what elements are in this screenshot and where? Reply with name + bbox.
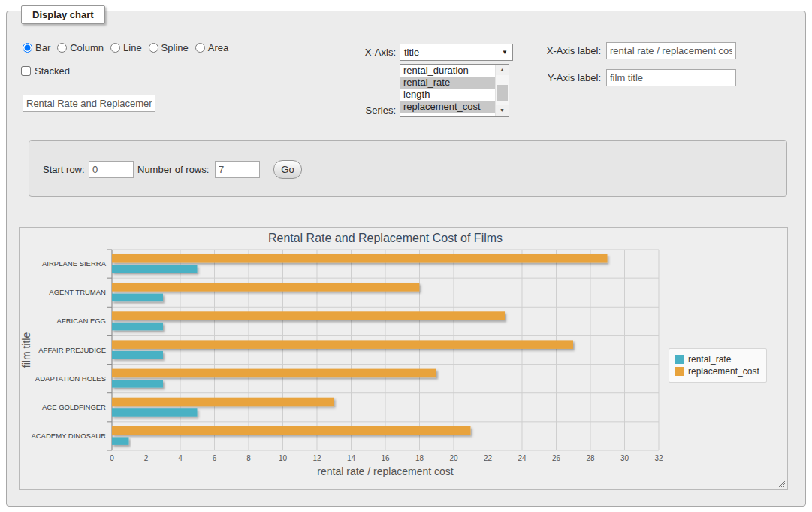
fieldset-legend: Display chart: [21, 5, 105, 24]
chart-type-radio-label: Line: [123, 42, 142, 53]
value-tick-label: 4: [178, 454, 183, 462]
category-label: ACADEMY DINOSAUR: [31, 432, 106, 440]
bar-replacement_cost: [112, 340, 573, 349]
legend-swatch-icon: [675, 367, 684, 376]
number-of-rows-label: Number of rows:: [137, 164, 213, 175]
series-list-scrollbar[interactable]: ▲ ▼: [495, 65, 509, 116]
app-root: Display chart BarColumnLineSplineArea St…: [0, 0, 812, 512]
value-tick-label: 8: [246, 454, 251, 462]
series-select-label: Series:: [331, 105, 396, 116]
chart-type-radio-group: BarColumnLineSplineArea: [23, 42, 235, 53]
value-tick-label: 26: [552, 454, 561, 462]
scroll-down-icon[interactable]: ▼: [496, 105, 509, 116]
start-row-label: Start row:: [43, 164, 89, 175]
value-tick-label: 16: [381, 454, 390, 462]
chart-type-radio-spline[interactable]: [149, 43, 158, 53]
category-label: AIRPLANE SIERRA: [42, 259, 107, 268]
bar-replacement_cost: [112, 283, 419, 292]
go-button[interactable]: Go: [273, 160, 302, 179]
scrollbar-thumb[interactable]: [497, 85, 508, 101]
resize-handle-icon[interactable]: [777, 479, 786, 488]
bar-rental_rate: [112, 437, 129, 445]
bar-replacement_cost: [112, 254, 608, 263]
value-tick-label: 6: [213, 454, 217, 462]
chart-type-radio-label: Column: [70, 42, 104, 53]
chart-type-radio-area[interactable]: [195, 43, 205, 53]
chart-type-option-spline: Spline: [149, 42, 189, 53]
x-axis-select[interactable]: title ▼: [400, 44, 513, 61]
chart-type-radio-label: Spline: [161, 42, 189, 53]
chart-type-radio-column[interactable]: [57, 43, 67, 53]
x-axis-selected-value: title: [400, 47, 502, 58]
chart-type-radio-bar[interactable]: [23, 43, 32, 53]
category-label: ADAPTATION HOLES: [35, 374, 106, 383]
series-option-rental_duration[interactable]: rental_duration: [400, 65, 496, 77]
y-axis-label-label: Y-Axis label:: [526, 72, 601, 83]
bar-rental_rate: [112, 323, 163, 331]
value-tick-label: 30: [620, 454, 629, 462]
value-tick-label: 2: [144, 454, 149, 462]
bar-replacement_cost: [112, 426, 471, 435]
series-option-rental_rate[interactable]: rental_rate: [400, 77, 496, 89]
chart-title-input[interactable]: [23, 95, 155, 112]
value-tick-label: 0: [110, 454, 114, 462]
category-label: AFRICAN EGG: [57, 317, 106, 325]
series-option-replacement_cost[interactable]: replacement_cost: [400, 101, 496, 113]
y-axis-label-input[interactable]: [606, 69, 736, 86]
chart-type-radio-label: Bar: [35, 42, 50, 53]
stacked-label: Stacked: [35, 65, 70, 77]
stacked-row: Stacked: [21, 65, 70, 77]
chart-type-option-column: Column: [57, 42, 104, 53]
bar-rental_rate: [112, 294, 163, 302]
value-tick-label: 22: [484, 454, 493, 462]
category-label: ACE GOLDFINGER: [42, 403, 106, 411]
chart-type-option-line: Line: [110, 42, 142, 53]
x-axis-label-label: X-Axis label:: [526, 45, 601, 56]
bar-rental_rate: [112, 351, 163, 359]
chart-legend: rental_ratereplacement_cost: [669, 348, 767, 383]
bar-replacement_cost: [112, 311, 505, 320]
x-axis-title: rental rate / replacement cost: [317, 465, 453, 477]
x-axis-label-input[interactable]: [606, 42, 736, 59]
start-row-input[interactable]: [89, 161, 134, 178]
value-tick-label: 20: [449, 454, 458, 462]
bar-rental_rate: [112, 380, 163, 387]
bar-replacement_cost: [112, 398, 334, 407]
bar-rental_rate: [112, 265, 198, 274]
bar-rental_rate: [112, 408, 198, 417]
bar-replacement_cost: [112, 369, 436, 378]
scroll-up-icon[interactable]: ▲: [496, 65, 509, 75]
category-label: AFFAIR PREJUDICE: [38, 346, 106, 354]
legend-item-replacement_cost[interactable]: replacement_cost: [675, 366, 759, 377]
value-tick-label: 12: [312, 454, 321, 462]
legend-swatch-icon: [675, 355, 684, 364]
series-option-length[interactable]: length: [400, 89, 496, 101]
value-tick-label: 18: [415, 454, 424, 462]
value-tick-label: 24: [518, 454, 527, 462]
chart-type-radio-line[interactable]: [110, 43, 120, 53]
chart-type-option-area: Area: [195, 42, 228, 53]
value-tick-label: 10: [279, 454, 288, 462]
chevron-down-icon: ▼: [502, 49, 512, 56]
number-of-rows-input[interactable]: [215, 161, 260, 178]
series-listbox[interactable]: rental_durationrental_ratelengthreplacem…: [400, 64, 509, 117]
category-label: AGENT TRUMAN: [49, 288, 106, 296]
y-axis-title: film title: [20, 332, 32, 368]
legend-label: rental_rate: [688, 354, 731, 365]
chart-type-option-bar: Bar: [23, 42, 50, 53]
x-axis-select-label: X-Axis:: [338, 47, 396, 58]
value-tick-label: 14: [347, 454, 356, 462]
chart-type-radio-label: Area: [208, 42, 228, 53]
legend-item-rental_rate[interactable]: rental_rate: [675, 354, 759, 365]
value-tick-label: 32: [654, 454, 663, 462]
chart-container: Rental Rate and Replacement Cost of Film…: [19, 227, 788, 490]
series-options: rental_durationrental_ratelengthreplacem…: [400, 65, 496, 113]
value-tick-label: 28: [586, 454, 595, 462]
legend-label: replacement_cost: [688, 366, 759, 377]
row-range-panel: Start row: Number of rows: Go: [29, 140, 787, 197]
stacked-checkbox[interactable]: [21, 66, 31, 76]
